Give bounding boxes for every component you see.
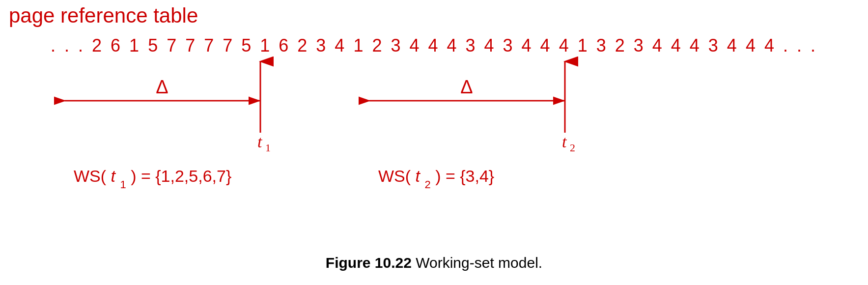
working-set-diagram: Δ t 1 WS( t 1 ) = {1,2,5,6,7} Δ t 2 WS( … [0,49,868,216]
ws-t1-label: WS( t 1 ) = {1,2,5,6,7} [74,167,231,191]
figure-caption: Figure 10.22 Working-set model. [0,255,868,271]
t1-label-text: t [257,133,263,151]
t2-sub-text: 2 [570,142,575,154]
t2-label-text: t [562,133,567,151]
ws-t2-label: WS( t 2 ) = {3,4} [378,167,494,191]
t1-sub-text: 1 [265,142,271,154]
delta1-label: Δ [156,77,168,97]
figure-caption-text: Working-set model. [412,255,542,271]
delta2-label: Δ [460,77,473,97]
page-title: page reference table [9,4,198,28]
figure-caption-bold: Figure 10.22 [326,255,412,271]
